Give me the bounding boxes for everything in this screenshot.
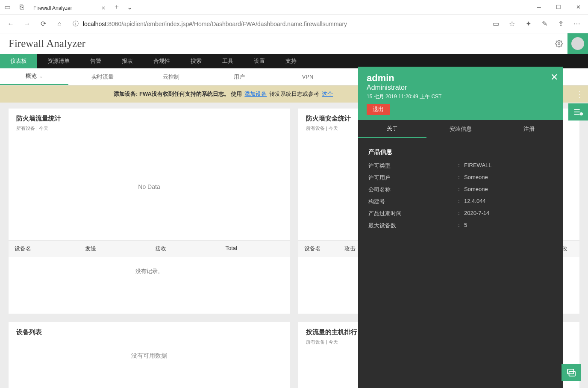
col-send[interactable]: 发送 (79, 241, 150, 257)
subnav-users[interactable]: 用户 (205, 68, 273, 85)
notice-text-prefix: 添加设备: FWA没有收到任何支持的系统日志。 使用 (114, 90, 242, 98)
nav-tools[interactable]: 工具 (212, 54, 244, 68)
panel-empty: 没有可用数据 (9, 339, 290, 373)
nav-reports[interactable]: 报表 (112, 54, 143, 68)
close-icon[interactable]: ✕ (550, 72, 558, 83)
info-val: 2020-7-14 (464, 210, 489, 218)
info-val: Someone (464, 186, 488, 194)
info-row: 许可用户:Someone (368, 174, 553, 182)
side-time: 15 七月 2019 11:20:49 上午 CST (367, 93, 555, 100)
info-row: 构建号:12.4.044 (368, 198, 553, 206)
share-icon[interactable]: ⇪ (553, 17, 568, 31)
chevron-down-icon: ⌄ (39, 74, 43, 79)
side-tabs: 关于 安装信息 注册 (358, 120, 563, 138)
minimize-button[interactable]: ─ (529, 0, 549, 14)
nav-search[interactable]: 搜索 (180, 54, 212, 68)
more-icon[interactable]: ⋯ (569, 17, 585, 31)
side-body: 产品信息 许可类型:FIREWALL 许可用户:Someone 公司名称:Som… (358, 138, 563, 244)
table-header: 设备名 发送 接收 Total (9, 240, 290, 257)
panel-title: 防火墙流量统计 (9, 109, 290, 125)
info-key: 公司名称 (368, 186, 458, 194)
nav-compliance[interactable]: 合规性 (143, 54, 180, 68)
subnav-cloud[interactable]: 云控制 (137, 68, 205, 85)
pin-icon[interactable]: ✦ (520, 17, 536, 31)
side-panel-header: ✕ admin Administrator 15 七月 2019 11:20:4… (358, 67, 563, 120)
nav-support[interactable]: 支持 (275, 54, 307, 68)
subnav-vpn[interactable]: VPN (273, 68, 342, 85)
notice-text-mid: 转发系统日志或参考 (269, 90, 319, 98)
info-key: 最大设备数 (368, 222, 458, 229)
window-titlebar: ▭ ⎘ Firewall Analyzer ✕ ＋ ⌄ ─ ☐ ✕ (0, 0, 588, 15)
info-val: FIREWALL (464, 162, 492, 170)
info-val: Someone (464, 174, 488, 182)
col-total[interactable]: Total (220, 241, 290, 257)
info-val: 12.4.044 (464, 198, 486, 206)
reading-view-icon[interactable]: ▭ (488, 17, 503, 31)
panel-subtitle: 所有设备 | 今天 (9, 125, 290, 133)
user-side-panel: ✕ admin Administrator 15 七月 2019 11:20:4… (358, 67, 563, 388)
info-val: 5 (464, 222, 467, 229)
url-path: :8060/apiclient/ember/index.jsp#/Home/Da… (106, 21, 347, 27)
col-device[interactable]: 设备名 (298, 241, 338, 257)
table-empty: 没有记录。 (9, 257, 290, 285)
side-tab-install[interactable]: 安装信息 (426, 120, 495, 138)
maximize-button[interactable]: ☐ (549, 0, 568, 14)
nav-inventory[interactable]: 资源清单 (37, 54, 80, 68)
app-root: Firewall Analyzer 仪表板 资源清单 告警 报表 合规性 搜索 … (0, 33, 588, 388)
subnav-overview[interactable]: 概览⌄ (0, 68, 68, 85)
favorite-icon[interactable]: ☆ (504, 17, 520, 31)
nav-dashboard[interactable]: 仪表板 (0, 54, 37, 68)
home-button[interactable]: ⌂ (52, 17, 67, 31)
nav-alarms[interactable]: 告警 (80, 54, 112, 68)
info-key: 产品过期时间 (368, 210, 458, 218)
tab-aside-icon[interactable]: ⎘ (15, 0, 29, 14)
subnav-realtime[interactable]: 实时流量 (68, 68, 137, 85)
url-host: localhost (83, 21, 106, 27)
panel-traffic: 防火墙流量统计 所有设备 | 今天 No Data 设备名 发送 接收 Tota… (9, 109, 290, 314)
tab-menu-icon[interactable]: ⌄ (123, 3, 136, 11)
side-tab-about[interactable]: 关于 (358, 120, 426, 138)
info-key: 许可用户 (368, 174, 458, 182)
main-nav: 仪表板 资源清单 告警 报表 合规性 搜索 工具 设置 支持 (0, 54, 588, 68)
panel-body: No Data (9, 133, 290, 240)
site-info-icon[interactable]: ⓘ (73, 20, 79, 28)
info-row: 最大设备数:5 (368, 222, 553, 229)
nav-settings[interactable]: 设置 (244, 54, 275, 68)
add-widget-button[interactable] (568, 103, 588, 121)
info-row: 产品过期时间:2020-7-14 (368, 210, 553, 218)
notes-icon[interactable]: ✎ (537, 17, 552, 31)
refresh-button[interactable]: ⟳ (36, 17, 50, 31)
close-tab-icon[interactable]: ✕ (101, 5, 106, 11)
side-user: admin (367, 73, 555, 84)
col-device[interactable]: 设备名 (9, 241, 79, 257)
info-row: 许可类型:FIREWALL (368, 162, 553, 170)
tabs-overview-icon[interactable]: ▭ (0, 0, 15, 14)
notice-link-this[interactable]: 这个 (322, 90, 333, 98)
browser-toolbar: ← → ⟳ ⌂ ⓘ localhost:8060/apiclient/ember… (0, 15, 588, 33)
app-header: Firewall Analyzer (0, 33, 588, 54)
side-role: Administrator (367, 84, 555, 91)
logout-button[interactable]: 退出 (367, 104, 390, 115)
tab-title: Firewall Analyzer (33, 5, 72, 11)
col-recv[interactable]: 接收 (149, 241, 220, 257)
info-key: 许可类型 (368, 162, 458, 170)
back-button[interactable]: ← (3, 17, 18, 31)
notice-link-add[interactable]: 添加设备 (244, 90, 267, 98)
info-row: 公司名称:Someone (368, 186, 553, 194)
browser-tab[interactable]: Firewall Analyzer ✕ (29, 2, 110, 14)
chat-button[interactable] (562, 364, 581, 381)
gear-icon[interactable] (550, 35, 567, 52)
forward-button[interactable]: → (20, 17, 34, 31)
app-title: Firewall Analyzer (9, 38, 85, 50)
svg-point-0 (558, 43, 560, 45)
kebab-menu-icon[interactable]: ⋮ (575, 89, 584, 100)
close-window-button[interactable]: ✕ (568, 0, 588, 14)
address-bar[interactable]: ⓘ localhost:8060/apiclient/ember/index.j… (68, 17, 486, 31)
side-tab-register[interactable]: 注册 (495, 120, 563, 138)
panel-devices: 设备列表 没有可用数据 (9, 322, 290, 388)
user-avatar[interactable] (567, 33, 588, 54)
info-key: 构建号 (368, 198, 458, 206)
side-section-title: 产品信息 (368, 148, 553, 156)
new-tab-button[interactable]: ＋ (110, 3, 123, 12)
panel-title: 设备列表 (9, 322, 290, 339)
